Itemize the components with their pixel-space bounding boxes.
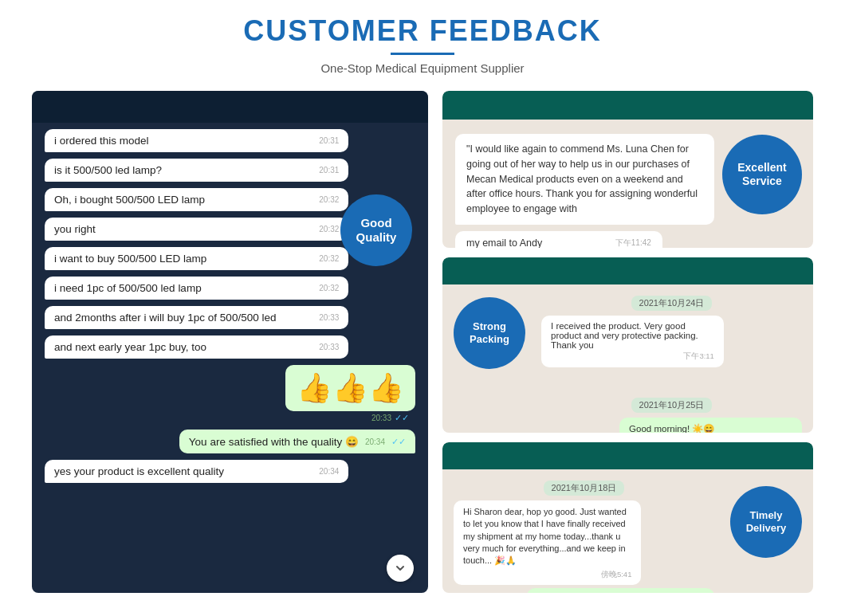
chat-message-sent: Thank you Connie! It is my pleasure to b… — [527, 588, 714, 593]
date-separator: 2021年10月24日 — [631, 296, 713, 311]
date-separator: 2021年10月18日 — [544, 481, 625, 496]
right-panel: "I would like again to commend Ms. Luna … — [442, 91, 813, 593]
chat-message: is it 500/500 led lamp? 20:31 — [45, 159, 348, 182]
wapp-header-2 — [442, 257, 813, 284]
chat-message: Hi Sharon dear, hop yo good. Just wanted… — [454, 500, 641, 585]
header: CUSTOMER FEEDBACK One-Stop Medical Equip… — [0, 0, 845, 91]
chat-message: i need 1pc of 500/500 led lamp 20:32 — [45, 277, 348, 300]
chat-message-sent: Good morning! ☀️😄 上午10:14 ✓✓ — [619, 418, 802, 433]
chat-message: i ordered this model 20:31 — [45, 129, 348, 152]
chat-message: i want to buy 500/500 LED lamp 20:32 — [45, 247, 348, 270]
date-separator: 2021年10月25日 — [631, 398, 713, 413]
strong-packing-badge: Strong Packing — [454, 297, 525, 369]
right-bottom-chat: Timely Delivery 2021年10月18日 Hi Sharon de… — [442, 442, 813, 593]
chat-message: and next early year 1pc buy, too 20:33 — [45, 335, 348, 359]
good-quality-badge: Good Quality — [340, 194, 412, 266]
chat-message: I received the product. Very good produc… — [541, 316, 724, 367]
title-underline — [391, 53, 454, 55]
right-top-chat: "I would like again to commend Ms. Luna … — [442, 91, 813, 248]
main-content: Good Quality i ordered this model 20:31 … — [0, 91, 845, 593]
feedback-message: "I would like again to commend Ms. Luna … — [455, 134, 714, 225]
scroll-down-button[interactable] — [387, 555, 414, 582]
timely-delivery-badge: Timely Delivery — [730, 486, 802, 558]
excellent-service-badge: Excellent Service — [722, 135, 802, 214]
chat-message: you right 20:32 — [45, 218, 348, 241]
header-subtitle: One-Stop Medical Equipment Supplier — [0, 61, 845, 75]
chat-message: and 2months after i will buy 1pc of 500/… — [45, 306, 348, 329]
emoji-message: 👍👍👍 — [285, 365, 415, 411]
wapp-header — [442, 91, 813, 120]
feedback-message-2: my email to Andy 下午11:42 — [455, 231, 662, 248]
chat-message: Oh, i bought 500/500 LED lamp 20:32 — [45, 188, 348, 211]
right-middle-chat: Strong Packing 2021年10月24日 I received th… — [442, 257, 813, 433]
wapp-header-3 — [442, 442, 813, 469]
left-chat-panel: Good Quality i ordered this model 20:31 … — [32, 91, 428, 593]
chat-message-right: You are satisfied with the quality 😄 20:… — [179, 430, 415, 453]
page-title: CUSTOMER FEEDBACK — [0, 14, 845, 48]
chat-message: yes your product is excellent quality 20… — [45, 460, 348, 483]
